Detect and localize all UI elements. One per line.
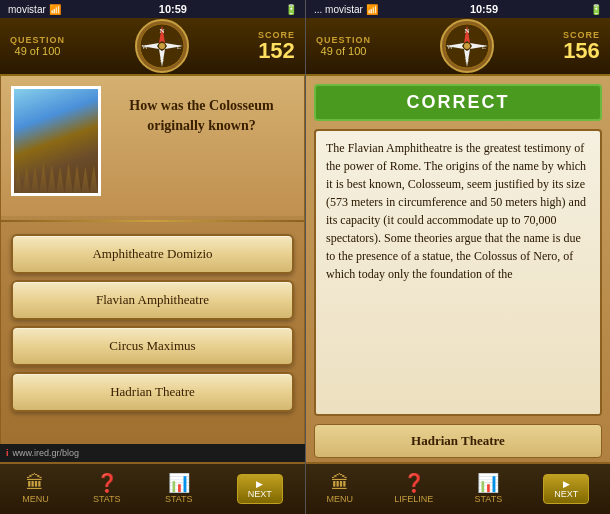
svg-text:S: S (160, 56, 164, 64)
score-value-right: 156 (563, 40, 600, 62)
score-bar-right: QUESTION 49 of 100 N S W E SCORE 156 (306, 18, 610, 76)
svg-point-6 (159, 43, 165, 49)
toolbar-left: 🏛 MENU ❓ STATS 📊 STATS ▶ NEXT (0, 462, 305, 514)
svg-text:S: S (465, 56, 469, 64)
toolbar-right: 🏛 MENU ❓ LIFELINE 📊 STATS ▶ NEXT (306, 462, 610, 514)
answer-btn-3[interactable]: Circus Maximus (11, 326, 294, 366)
menu-label-left: MENU (22, 494, 49, 504)
question-label-left: QUESTION (10, 35, 65, 45)
status-bar-left: movistar 📶 10:59 🔋 (0, 0, 305, 18)
right-main: CORRECT The Flavian Amphitheatre is the … (306, 76, 610, 462)
chart-label-left: STATS (165, 494, 193, 504)
website-icon: i (6, 448, 9, 458)
toolbar-lifeline[interactable]: ❓ LIFELINE (394, 474, 433, 504)
toolbar-stats-right[interactable]: 📊 STATS (474, 474, 502, 504)
question-section-right: QUESTION 49 of 100 (316, 35, 371, 57)
question-section-left: QUESTION 49 of 100 (10, 35, 65, 57)
correct-text: CORRECT (407, 92, 510, 112)
compass-right: N S W E (440, 19, 494, 73)
answers-container: Amphitheatre Domizio Flavian Amphitheatr… (1, 226, 304, 444)
question-value-right: 49 of 100 (316, 45, 371, 57)
correct-banner: CORRECT (314, 84, 602, 121)
stats-icon-left: ❓ (96, 474, 118, 492)
result-text: The Flavian Amphitheatre is the greatest… (326, 139, 590, 283)
score-value-left: 152 (258, 40, 295, 62)
toolbar-chart-left[interactable]: 📊 STATS (165, 474, 193, 504)
next-label-left: NEXT (248, 489, 272, 499)
stats-label-left: STATS (93, 494, 121, 504)
svg-text:E: E (482, 43, 486, 51)
left-phone: movistar 📶 10:59 🔋 QUESTION 49 of 100 N … (0, 0, 305, 514)
svg-text:W: W (447, 43, 454, 51)
next-label-right: NEXT (554, 489, 578, 499)
right-phone: ... movistar 📶 10:59 🔋 QUESTION 49 of 10… (305, 0, 610, 514)
answer-btn-4[interactable]: Hadrian Theatre (11, 372, 294, 412)
status-right-right: 🔋 (590, 4, 602, 15)
time-right: 10:59 (470, 3, 498, 15)
svg-text:W: W (141, 43, 148, 51)
main-content-left: How was the Colosseum originally known? … (0, 76, 305, 444)
menu-icon-right: 🏛 (331, 474, 349, 492)
answer-btn-2[interactable]: Flavian Amphitheatre (11, 280, 294, 320)
status-bar-right: ... movistar 📶 10:59 🔋 (306, 0, 610, 18)
time-left: 10:59 (159, 3, 187, 15)
hadrian-row[interactable]: Hadrian Theatre (314, 424, 602, 458)
toolbar-next-left[interactable]: ▶ NEXT (237, 474, 283, 504)
battery-icon-right: 🔋 (590, 4, 602, 15)
question-value-left: 49 of 100 (10, 45, 65, 57)
status-right: 🔋 (285, 4, 297, 15)
carrier-right: ... movistar (314, 4, 363, 15)
chart-icon-left: 📊 (168, 474, 190, 492)
divider-left (1, 220, 304, 222)
website-url: www.ired.gr/blog (13, 448, 80, 458)
question-text: How was the Colosseum originally known? (109, 86, 294, 135)
answer-btn-1[interactable]: Amphitheatre Domizio (11, 234, 294, 274)
stats-label-right: STATS (474, 494, 502, 504)
score-bar-left: QUESTION 49 of 100 N S W E SCORE 152 (0, 18, 305, 76)
lifeline-icon: ❓ (403, 474, 425, 492)
svg-text:N: N (159, 27, 164, 35)
menu-label-right: MENU (327, 494, 354, 504)
menu-icon: 🏛 (26, 474, 44, 492)
status-left: movistar 📶 (8, 4, 61, 15)
colosseum-image (11, 86, 101, 196)
next-arrow-left: ▶ (256, 479, 263, 489)
score-section-left: SCORE 152 (258, 30, 295, 62)
carrier-left: movistar (8, 4, 46, 15)
signal-icon-right: 📶 (366, 4, 378, 15)
question-area: How was the Colosseum originally known? (1, 76, 304, 216)
status-left-right: ... movistar 📶 (314, 4, 378, 15)
result-panel: The Flavian Amphitheatre is the greatest… (314, 129, 602, 416)
score-section-right: SCORE 156 (563, 30, 600, 62)
website-bar: i www.ired.gr/blog (0, 444, 305, 462)
signal-icon: 📶 (49, 4, 61, 15)
toolbar-menu-right[interactable]: 🏛 MENU (327, 474, 354, 504)
toolbar-menu-left[interactable]: 🏛 MENU (22, 474, 49, 504)
svg-text:N: N (464, 27, 469, 35)
stats-icon-right: 📊 (477, 474, 499, 492)
toolbar-next-right[interactable]: ▶ NEXT (543, 474, 589, 504)
next-arrow-right: ▶ (563, 479, 570, 489)
question-label-right: QUESTION (316, 35, 371, 45)
lifeline-label: LIFELINE (394, 494, 433, 504)
svg-point-17 (464, 43, 470, 49)
toolbar-stats-left[interactable]: ❓ STATS (93, 474, 121, 504)
hadrian-label: Hadrian Theatre (411, 433, 505, 448)
battery-icon-left: 🔋 (285, 4, 297, 15)
compass-left: N S W E (135, 19, 189, 73)
svg-text:E: E (176, 43, 180, 51)
